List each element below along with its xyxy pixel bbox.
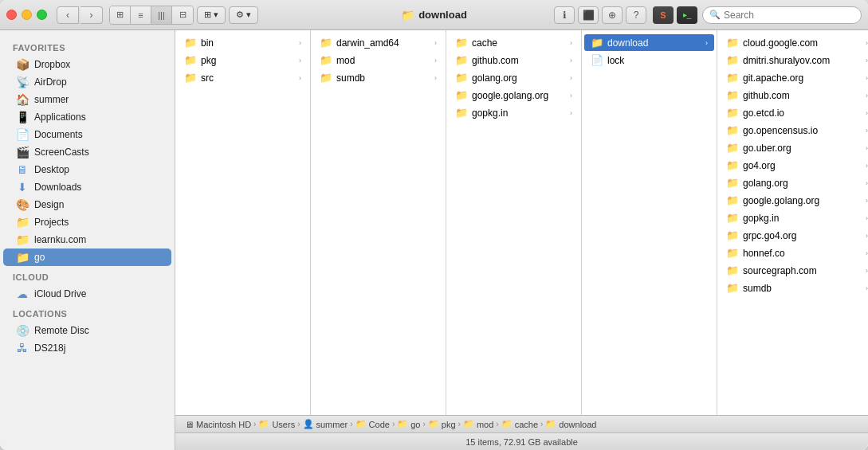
column-view-button[interactable]: ||| xyxy=(151,6,172,24)
item-name: go.etcd.io xyxy=(743,108,862,119)
breadcrumb-item[interactable]: 📁 mod xyxy=(463,419,493,429)
arrange-button[interactable]: ⊞ ▾ xyxy=(197,6,226,24)
sidebar-item-desktop[interactable]: 🖥 Desktop xyxy=(3,161,171,178)
breadcrumb-item[interactable]: 📁 cache xyxy=(501,419,538,429)
maximize-button[interactable] xyxy=(37,10,47,20)
forward-button[interactable]: › xyxy=(81,6,103,24)
breadcrumb-item[interactable]: 📁 download xyxy=(545,419,596,429)
list-item[interactable]: 📄 lock xyxy=(584,52,714,68)
list-item[interactable]: 📁 dmitri.shuralyov.com › xyxy=(720,52,868,68)
sidebar-item-label: iCloud Drive xyxy=(34,288,86,299)
sidebar-item-ds218j[interactable]: 🖧 DS218j xyxy=(3,339,171,357)
sidebar-item-applications[interactable]: 📱 Applications xyxy=(3,108,171,126)
breadcrumb-separator: › xyxy=(253,420,256,428)
list-item[interactable]: 📁 google.golang.org › xyxy=(449,87,579,104)
item-name: cache xyxy=(472,37,566,49)
info-button[interactable]: ℹ xyxy=(554,6,575,24)
list-view-button[interactable]: ≡ xyxy=(131,6,151,24)
list-item[interactable]: 📁 download › xyxy=(584,34,714,51)
terminal-button[interactable]: ▸_ xyxy=(677,6,697,24)
list-item[interactable]: 📁 git.apache.org › xyxy=(720,69,868,86)
close-button[interactable] xyxy=(6,10,17,20)
list-item[interactable]: 📁 darwin_amd64 › xyxy=(313,34,443,51)
back-button[interactable]: ‹ xyxy=(57,6,79,24)
sidebar-item-summer[interactable]: 🏠 summer xyxy=(3,91,171,108)
folder-icon: 📁 xyxy=(320,72,332,84)
list-item[interactable]: 📁 google.golang.org › xyxy=(720,192,868,209)
breadcrumb-label: summer xyxy=(316,420,348,429)
go-folder-icon: 📁 xyxy=(16,251,29,264)
chevron-right-icon: › xyxy=(705,39,708,47)
list-item[interactable]: 📁 go4.org › xyxy=(720,157,868,174)
action-button[interactable]: ⚙ ▾ xyxy=(229,6,258,24)
chevron-right-icon: › xyxy=(570,92,572,100)
learnku-icon: 📁 xyxy=(16,233,29,246)
sidebar-item-documents[interactable]: 📄 Documents xyxy=(3,126,171,143)
sidebar-item-design[interactable]: 🎨 Design xyxy=(3,196,171,213)
list-item[interactable]: 📁 pkg › xyxy=(178,52,308,68)
breadcrumb-label: download xyxy=(559,420,596,429)
sublime-text-button[interactable]: S xyxy=(653,6,674,24)
airdrop-icon: 📡 xyxy=(16,76,29,88)
breadcrumb-item[interactable]: 🖥 Macintosh HD xyxy=(185,420,251,429)
breadcrumb-item[interactable]: 👤 summer xyxy=(303,419,348,429)
list-item[interactable]: 📁 bin › xyxy=(178,34,308,51)
sidebar-item-label: ScreenCasts xyxy=(34,147,89,158)
item-name: pkg xyxy=(201,55,295,66)
title-folder-icon: 📁 xyxy=(401,9,414,22)
breadcrumb-label: go xyxy=(410,420,420,429)
delete-button[interactable]: ⬛ xyxy=(578,6,599,24)
item-name: golang.org xyxy=(743,178,862,189)
item-name: src xyxy=(201,72,295,84)
chevron-right-icon: › xyxy=(570,39,572,47)
list-item[interactable]: 📁 gopkg.in › xyxy=(449,104,579,121)
item-name: go.uber.org xyxy=(743,143,862,154)
list-item[interactable]: 📁 grpc.go4.org › xyxy=(720,227,868,244)
sidebar-item-screencasts[interactable]: 🎬 ScreenCasts xyxy=(3,143,171,161)
sidebar-item-icloud-drive[interactable]: ☁ iCloud Drive xyxy=(3,285,171,303)
share-button[interactable]: ? xyxy=(626,6,646,24)
search-box[interactable]: 🔍 xyxy=(702,6,862,24)
sidebar-item-label: Dropbox xyxy=(34,59,70,70)
list-item[interactable]: 📁 github.com › xyxy=(449,52,579,68)
minimize-button[interactable] xyxy=(22,10,32,20)
item-name: golang.org xyxy=(472,72,566,84)
breadcrumb-item[interactable]: 📁 pkg xyxy=(428,419,456,429)
folder-icon: 📁 xyxy=(726,282,739,294)
icon-view-button[interactable]: ⊞ xyxy=(110,6,131,24)
chevron-right-icon: › xyxy=(570,109,572,117)
breadcrumb-item[interactable]: 📁 go xyxy=(397,419,420,429)
list-item[interactable]: 📁 sumdb › xyxy=(720,280,868,296)
sidebar-item-downloads[interactable]: ⬇ Downloads xyxy=(3,178,171,196)
list-item[interactable]: 📁 src › xyxy=(178,69,308,86)
chevron-right-icon: › xyxy=(570,57,572,65)
list-item[interactable]: 📁 go.uber.org › xyxy=(720,139,868,156)
search-input[interactable] xyxy=(724,10,854,21)
sidebar-item-learnku[interactable]: 📁 learnku.com xyxy=(3,231,171,248)
folder-icon: 📁 xyxy=(726,194,739,206)
sidebar-item-projects[interactable]: 📁 Projects xyxy=(3,213,171,231)
breadcrumb-item[interactable]: 📁 Code xyxy=(355,419,390,429)
list-item[interactable]: 📁 golang.org › xyxy=(449,69,579,86)
folder-icon: 📁 xyxy=(455,89,468,101)
list-item[interactable]: 📁 sumdb › xyxy=(313,69,443,86)
sidebar-item-remote-disc[interactable]: 💿 Remote Disc xyxy=(3,322,171,339)
list-item[interactable]: 📁 golang.org › xyxy=(720,174,868,191)
breadcrumb-item[interactable]: 📁 Users xyxy=(258,419,295,429)
list-item[interactable]: 📁 honnef.co › xyxy=(720,245,868,261)
list-item[interactable]: 📁 github.com › xyxy=(720,87,868,104)
list-item[interactable]: 📁 go.opencensus.io › xyxy=(720,122,868,139)
list-item[interactable]: 📁 sourcegraph.com › xyxy=(720,262,868,279)
list-item[interactable]: 📁 go.etcd.io › xyxy=(720,104,868,121)
list-item[interactable]: 📁 gopkg.in › xyxy=(720,209,868,226)
new-folder-button[interactable]: ⊕ xyxy=(602,6,623,24)
gallery-view-button[interactable]: ⊟ xyxy=(172,6,193,24)
list-item[interactable]: 📁 cloud.google.com › xyxy=(720,34,868,51)
sidebar-item-go[interactable]: 📁 go xyxy=(3,248,171,266)
sidebar-item-airdrop[interactable]: 📡 AirDrop xyxy=(3,73,171,91)
list-item[interactable]: 📁 cache › xyxy=(449,34,579,51)
item-name: google.golang.org xyxy=(472,90,566,101)
status-text: 15 items, 72.91 GB available xyxy=(465,437,578,447)
list-item[interactable]: 📁 mod › xyxy=(313,52,443,68)
sidebar-item-dropbox[interactable]: 📦 Dropbox xyxy=(3,56,171,73)
